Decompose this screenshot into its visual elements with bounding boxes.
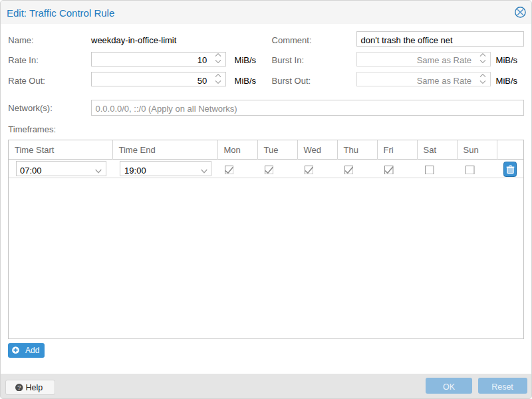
svg-text:?: ? [18, 384, 21, 390]
